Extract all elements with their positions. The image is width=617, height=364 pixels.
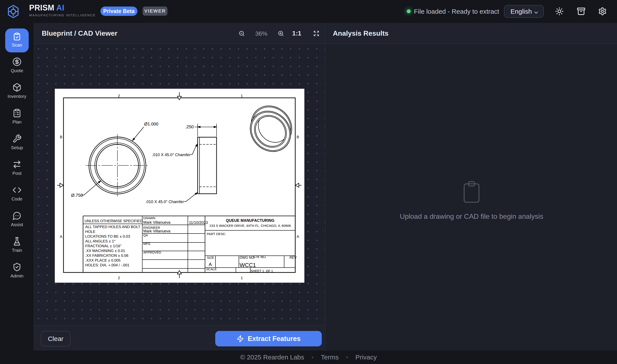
svg-text:QA: QA bbox=[143, 234, 148, 237]
svg-text:Ø1.000: Ø1.000 bbox=[144, 122, 158, 126]
svg-text:.XX MACHINING ± 0.01: .XX MACHINING ± 0.01 bbox=[85, 248, 125, 253]
svg-text:.010 X 45.0° Chamfer: .010 X 45.0° Chamfer bbox=[152, 152, 191, 157]
svg-text:233 S WACKER DRIVE, 44TH FL. C: 233 S WACKER DRIVE, 44TH FL. CHICAGO, IL… bbox=[209, 224, 291, 227]
svg-text:.250: .250 bbox=[185, 124, 194, 129]
svg-text:STK NO.: STK NO. bbox=[253, 255, 266, 259]
svg-text:.010 X 45.0° Chamfer: .010 X 45.0° Chamfer bbox=[145, 199, 184, 204]
svg-text:FRACTIONAL ± 1/16": FRACTIONAL ± 1/16" bbox=[85, 244, 122, 248]
svg-text:MFG: MFG bbox=[143, 242, 150, 246]
svg-text:QUEUE MANUFACTURING: QUEUE MANUFACTURING bbox=[226, 218, 274, 223]
svg-text:HOLE: HOLE bbox=[85, 229, 95, 234]
svg-text:LOCATIONS TO BE ± 0.03: LOCATIONS TO BE ± 0.03 bbox=[85, 234, 130, 238]
svg-text:PART DESC.: PART DESC. bbox=[207, 232, 226, 236]
svg-text:Mark Villanueva: Mark Villanueva bbox=[143, 229, 170, 233]
svg-text:HOLES: DIA. +.004 / -.001: HOLES: DIA. +.004 / -.001 bbox=[85, 263, 129, 267]
svg-text:A: A bbox=[60, 235, 62, 239]
svg-text:SIZE: SIZE bbox=[207, 256, 214, 260]
svg-text:2: 2 bbox=[118, 276, 120, 280]
svg-text:.XXX PLACE ± 0.005: .XXX PLACE ± 0.005 bbox=[85, 258, 120, 262]
svg-text:SCALE: SCALE bbox=[206, 267, 217, 271]
svg-text:SHEET 1 OF 1: SHEET 1 OF 1 bbox=[251, 269, 273, 273]
svg-text:WCC1: WCC1 bbox=[240, 262, 256, 268]
svg-text:DRAWN: DRAWN bbox=[143, 216, 155, 220]
svg-text:REV: REV bbox=[290, 256, 297, 260]
svg-text:Mark Villanueva: Mark Villanueva bbox=[143, 220, 170, 225]
svg-text:11/10/2023: 11/10/2023 bbox=[189, 221, 208, 225]
svg-text:A: A bbox=[209, 261, 212, 267]
svg-text:B: B bbox=[296, 135, 299, 139]
svg-text:ALL ANGLES ± 1°: ALL ANGLES ± 1° bbox=[85, 239, 116, 243]
svg-text:DWG NO: DWG NO bbox=[240, 256, 254, 260]
svg-text:2: 2 bbox=[118, 94, 120, 98]
svg-text:B: B bbox=[60, 135, 62, 139]
svg-text:APPROVED: APPROVED bbox=[143, 251, 161, 254]
svg-text:UNLESS OTHERWISE SPECIFIED: UNLESS OTHERWISE SPECIFIED bbox=[85, 219, 142, 223]
svg-text:1: 1 bbox=[241, 94, 243, 98]
svg-text:Ø.750: Ø.750 bbox=[71, 193, 83, 198]
svg-text:ALL TAPPED HOLES AND BOLT: ALL TAPPED HOLES AND BOLT bbox=[85, 225, 141, 229]
svg-text:.XX FABRICATION ± 0.06: .XX FABRICATION ± 0.06 bbox=[85, 253, 128, 258]
svg-text:A: A bbox=[296, 235, 299, 239]
svg-text:1: 1 bbox=[241, 276, 243, 280]
